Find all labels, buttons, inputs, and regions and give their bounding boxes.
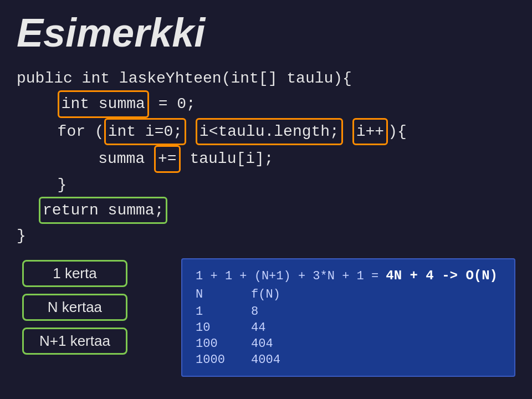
col-n-header: N: [196, 288, 251, 301]
row-n-1: 1: [196, 305, 251, 319]
col-fn: f(N) 8 44 404 4004: [251, 288, 318, 367]
page-title: Esimerkki: [0, 0, 532, 61]
col-n: N 1 10 100 1000: [196, 288, 251, 367]
code-line-4: summa += taulu[i];: [17, 145, 515, 172]
highlight-pluseq: +=: [154, 145, 181, 172]
row-fn-4: 4004: [251, 353, 318, 367]
highlight-init: int i=0;: [104, 118, 186, 145]
code-line-7: }: [17, 224, 515, 248]
complexity-labels: 1 kerta N kertaa N+1 kertaa: [22, 260, 127, 355]
code-text: summa: [61, 147, 154, 171]
formula-row: 1 + 1 + (N+1) + 3*N + 1 = 4N + 4 -> O(N): [196, 268, 498, 283]
table-data: N 1 10 100 1000 f(N) 8 44 404 4004: [196, 288, 498, 367]
code-line-1: public int laskeYhteen(int[] taulu){: [17, 66, 515, 90]
code-text: }: [39, 173, 66, 197]
code-line-5: }: [17, 173, 515, 197]
label-n-kertaa: N kertaa: [22, 294, 127, 321]
label-1-kerta: 1 kerta: [22, 260, 127, 287]
label-n1-kertaa: N+1 kertaa: [22, 328, 127, 355]
code-text: for (: [39, 120, 104, 144]
formula-bold: 4N + 4 -> O(N): [386, 268, 498, 283]
code-block: public int laskeYhteen(int[] taulu){ int…: [0, 61, 532, 254]
row-fn-1: 8: [251, 305, 318, 319]
highlight-condition: i<taulu.length;: [196, 118, 343, 145]
code-text: [186, 120, 196, 144]
highlight-summa: int summa: [58, 90, 149, 117]
row-fn-2: 44: [251, 321, 318, 335]
highlight-return: return summa;: [39, 197, 167, 224]
code-text: = 0;: [149, 92, 196, 116]
row-fn-3: 404: [251, 337, 318, 351]
code-text: taulu[i];: [181, 147, 274, 171]
row-n-4: 1000: [196, 353, 251, 367]
code-line-6: return summa;: [17, 197, 515, 224]
complexity-table: 1 + 1 + (N+1) + 3*N + 1 = 4N + 4 -> O(N)…: [181, 258, 515, 377]
code-text: }: [17, 224, 26, 248]
code-text: public int laskeYhteen(int[] taulu){: [17, 66, 352, 90]
row-n-3: 100: [196, 337, 251, 351]
code-text: ){: [388, 120, 407, 144]
code-line-2: int summa = 0;: [17, 90, 515, 117]
code-line-3: for (int i=0; i<taulu.length; i++){: [17, 118, 515, 145]
highlight-increment: i++: [352, 118, 388, 145]
code-text: [343, 120, 352, 144]
row-n-2: 10: [196, 321, 251, 335]
code-text: [39, 92, 58, 116]
col-fn-header: f(N): [251, 288, 318, 301]
formula-prefix: 1 + 1 + (N+1) + 3*N + 1 =: [196, 269, 386, 283]
